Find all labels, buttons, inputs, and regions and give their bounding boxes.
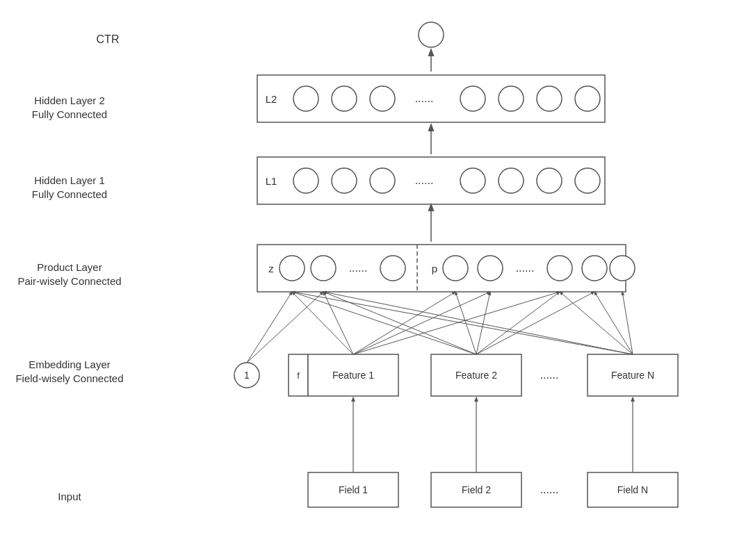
p-node1 (443, 256, 468, 281)
z-node1 (280, 256, 305, 281)
f1-tag: f (297, 370, 300, 381)
l2-node3 (370, 86, 395, 111)
l2-node2 (332, 86, 357, 111)
z-node2 (311, 256, 336, 281)
conn-fN-z1 (292, 292, 633, 354)
conn-f2-p4 (476, 292, 594, 354)
product-sublabel: Pair-wisely Connected (17, 275, 121, 287)
ctr-label: CTR (97, 33, 120, 45)
p-dots: ...... (516, 262, 535, 274)
conn-fN-p4 (594, 292, 633, 354)
ctr-node (419, 22, 444, 47)
embedding-label: Embedding Layer (29, 359, 111, 370)
feature-dots: ...... (540, 369, 559, 381)
p-node5 (610, 256, 635, 281)
z-node3 (380, 256, 405, 281)
conn-f1-z2 (323, 292, 353, 354)
fieldN-label: Field N (617, 484, 648, 495)
l2-node6 (537, 86, 562, 111)
l1-node7 (575, 168, 600, 193)
l1-tag: L1 (266, 175, 277, 187)
conn-f2-z2 (323, 292, 476, 354)
conn-fN-p3 (560, 292, 633, 354)
field-dots: ...... (540, 484, 559, 495)
embedding-sublabel: Field-wisely Connected (15, 372, 123, 384)
l1-node3 (370, 168, 395, 193)
l2-node5 (499, 86, 524, 111)
feature1-label: Feature 1 (332, 370, 374, 381)
hidden1-label: Hidden Layer 1 (34, 174, 105, 186)
product-label: Product Layer (37, 261, 102, 273)
input-label: Input (58, 491, 81, 502)
l2-node7 (575, 86, 600, 111)
feature2-label: Feature 2 (455, 370, 497, 381)
l1-dots: ...... (415, 174, 434, 186)
field2-label: Field 2 (462, 484, 491, 495)
hidden2-sublabel: Fully Connected (32, 108, 107, 120)
l2-tag: L2 (266, 93, 277, 105)
l2-dots: ...... (415, 92, 434, 104)
p-label: p (432, 263, 437, 274)
z-dots: ...... (349, 262, 368, 274)
bias-label: 1 (244, 370, 250, 381)
hidden1-sublabel: Fully Connected (32, 188, 107, 200)
l2-node1 (293, 86, 318, 111)
conn-f2-p3 (476, 292, 560, 354)
p-node3 (547, 256, 572, 281)
p-node4 (582, 256, 607, 281)
hidden2-label: Hidden Layer 2 (34, 94, 105, 106)
l1-node2 (332, 168, 357, 193)
l1-node5 (499, 168, 524, 193)
z-label: z (268, 263, 274, 274)
featureN-label: Feature N (611, 370, 654, 381)
conn-f2-p1 (455, 292, 476, 354)
l1-node1 (293, 168, 318, 193)
l2-node4 (460, 86, 485, 111)
l1-node4 (460, 168, 485, 193)
field1-label: Field 1 (339, 484, 368, 495)
l1-node6 (537, 168, 562, 193)
conn-f1-p2 (353, 292, 490, 354)
p-node2 (478, 256, 503, 281)
conn-fN-p5 (622, 292, 633, 354)
